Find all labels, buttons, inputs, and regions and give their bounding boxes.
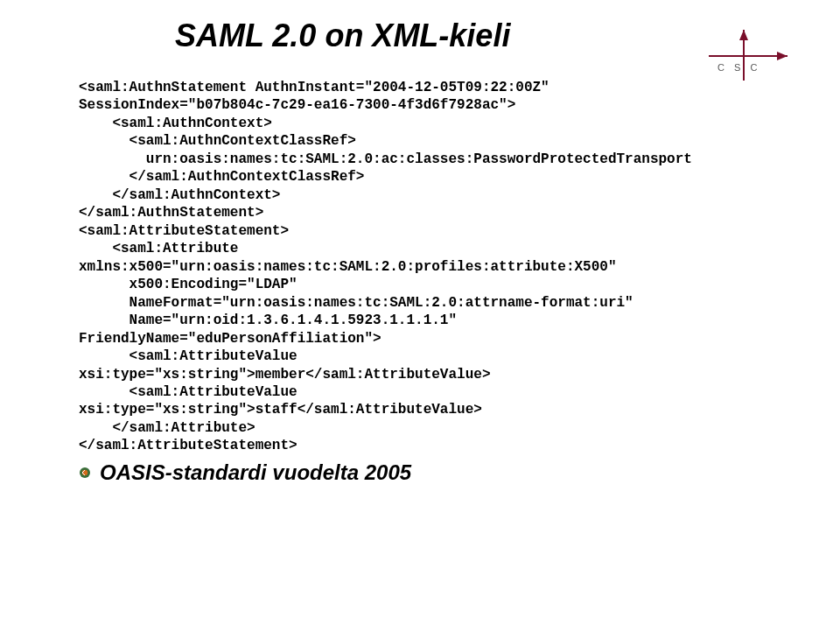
- svg-point-3: [82, 470, 88, 475]
- summary-text: OASIS-standardi vuodelta 2005: [100, 460, 411, 485]
- page-title: SAML 2.0 on XML-kieli: [175, 18, 770, 54]
- slide: C S C SAML 2.0 on XML-kieli <saml:AuthnS…: [0, 0, 840, 639]
- csc-logo: C S C: [700, 30, 788, 91]
- bullet-icon: [79, 467, 91, 479]
- logo-text: C S C: [718, 62, 760, 73]
- summary-row: OASIS-standardi vuodelta 2005: [79, 460, 770, 485]
- code-block: <saml:AuthnStatement AuthnInstant="2004-…: [79, 79, 770, 455]
